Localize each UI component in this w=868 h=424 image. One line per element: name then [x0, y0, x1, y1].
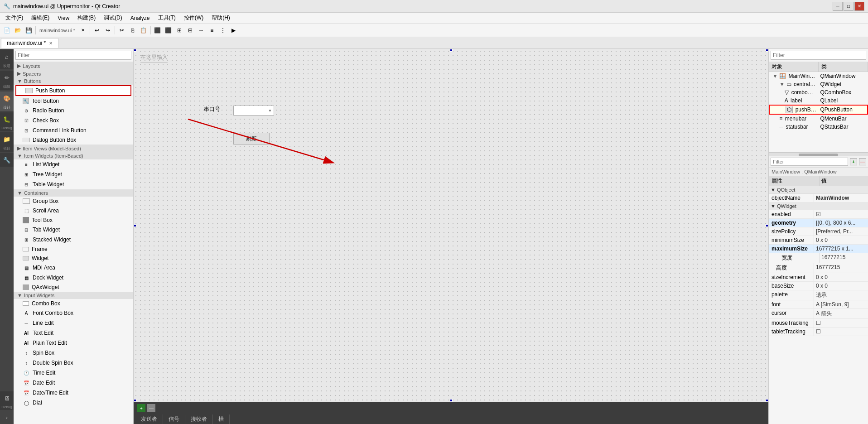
- item-dialog-button-box[interactable]: Dialog Button Box: [14, 135, 133, 145]
- props-row-maxsize[interactable]: maximumSize 16777215 x 1...: [769, 245, 868, 253]
- toolbar-cut[interactable]: ✂: [117, 25, 127, 35]
- item-tool-button[interactable]: 🔧 Tool Button: [14, 96, 133, 106]
- props-row-basesize[interactable]: baseSize 0 x 0: [769, 282, 868, 290]
- handle-br[interactable]: [766, 399, 768, 402]
- props-row-objectname[interactable]: objectName MainWindow: [769, 194, 868, 202]
- handle-top[interactable]: [450, 49, 453, 52]
- signal-tab-receiver[interactable]: 接收者: [185, 414, 213, 424]
- tab-mainwindow[interactable]: mainwindow.ui * ✕: [1, 38, 58, 48]
- item-group-box[interactable]: Group Box: [14, 197, 133, 206]
- item-double-spin-box[interactable]: ↕ Double Spin Box: [14, 358, 133, 368]
- tree-row-mainwindow[interactable]: ▼ 🪟 MainWindow QMainWindow: [769, 72, 868, 80]
- toolbar-align-v[interactable]: ⋮: [218, 25, 228, 35]
- props-row-height[interactable]: 高度 16777215: [769, 263, 868, 273]
- debug-icon[interactable]: 🐛: [1, 113, 13, 125]
- tree-row-label[interactable]: A label QLabel: [769, 96, 868, 105]
- menu-build[interactable]: 构建(B): [74, 13, 99, 23]
- menu-tools[interactable]: 工具(T): [154, 13, 179, 23]
- handle-tl[interactable]: [134, 49, 136, 52]
- signal-tab-sender[interactable]: 发送者: [135, 414, 163, 424]
- props-row-enabled[interactable]: enabled ☑: [769, 210, 868, 219]
- menu-edit[interactable]: 编辑(E): [28, 13, 53, 23]
- signal-tab-slot[interactable]: 槽: [213, 414, 230, 424]
- item-command-link[interactable]: ⊡ Command Link Button: [14, 125, 133, 135]
- tree-row-menubar[interactable]: ≡ menubar QMenuBar: [769, 115, 868, 123]
- design-icon[interactable]: 🎨: [1, 92, 13, 104]
- props-row-font[interactable]: font A [SimSun, 9]: [769, 300, 868, 309]
- tab-close-icon[interactable]: ✕: [49, 41, 53, 46]
- tree-row-statusbar[interactable]: ─ statusbar QStatusBar: [769, 123, 868, 131]
- expand-icon[interactable]: ›: [1, 411, 13, 423]
- tools-icon[interactable]: 🔧: [1, 154, 13, 166]
- toolbar-close-file[interactable]: ✕: [78, 25, 88, 35]
- canvas-combo-box[interactable]: ▼: [233, 106, 274, 116]
- item-mdi-area[interactable]: ▩ MDI Area: [14, 263, 133, 273]
- props-row-sizeincrement[interactable]: sizeIncrement 0 x 0: [769, 273, 868, 282]
- props-group-qwidget[interactable]: ▼ QWidget: [769, 202, 868, 210]
- item-tool-box[interactable]: Tool Box: [14, 216, 133, 225]
- signal-tab-signal[interactable]: 信号: [163, 414, 185, 424]
- widget-filter-input[interactable]: [15, 51, 131, 60]
- item-widget[interactable]: Widget: [14, 254, 133, 263]
- toolbar-preview[interactable]: ▶: [229, 25, 239, 35]
- object-tree-filter-input[interactable]: [771, 51, 866, 60]
- edit-icon[interactable]: ✏: [1, 72, 13, 83]
- props-row-minsize[interactable]: minimumSize 0 x 0: [769, 236, 868, 245]
- menu-file[interactable]: 文件(F): [2, 13, 27, 23]
- toolbar-layout-h[interactable]: ⬛: [153, 25, 163, 35]
- item-text-edit[interactable]: AI Text Edit: [14, 328, 133, 338]
- toolbar-adjust[interactable]: ↔: [196, 25, 206, 35]
- signal-remove-button[interactable]: —: [147, 404, 155, 412]
- menu-debug[interactable]: 调试(D): [100, 13, 126, 23]
- canvas-refresh-button[interactable]: 刷新: [233, 133, 270, 145]
- item-push-button[interactable]: Push Button: [15, 85, 131, 96]
- tree-row-centralwidget[interactable]: ▼ ▭ centralwidget QWidget: [769, 80, 868, 88]
- design-canvas[interactable]: 在这里输入 串口号 ▼ 刷新: [134, 49, 768, 402]
- item-radio-button[interactable]: ⊙ Radio Button: [14, 106, 133, 116]
- project-icon[interactable]: 📁: [1, 133, 13, 145]
- minimize-button[interactable]: ─: [833, 2, 843, 11]
- item-dock-widget[interactable]: ▦ Dock Widget: [14, 273, 133, 283]
- item-frame[interactable]: Frame: [14, 245, 133, 254]
- props-add-button[interactable]: +: [850, 158, 857, 165]
- item-list-widget[interactable]: ≡ List Widget: [14, 159, 133, 169]
- toolbar-undo[interactable]: ↩: [92, 25, 102, 35]
- tree-row-pushbutton[interactable]: ⬡ pushButton QPushButton: [769, 105, 868, 115]
- toolbar-new[interactable]: 📄: [2, 25, 12, 35]
- handle-left[interactable]: [134, 224, 136, 227]
- item-stacked-widget[interactable]: ⊞ Stacked Widget: [14, 235, 133, 245]
- welcome-icon[interactable]: ⌂: [1, 51, 13, 63]
- toolbar-align-h[interactable]: ≡: [207, 25, 217, 35]
- section-containers[interactable]: ▼ Containers: [14, 189, 133, 197]
- section-layouts[interactable]: ▶ Layouts: [14, 62, 133, 70]
- toolbar-paste[interactable]: 📋: [139, 25, 149, 35]
- toolbar-redo[interactable]: ↪: [103, 25, 113, 35]
- item-table-widget[interactable]: ⊟ Table Widget: [14, 179, 133, 189]
- props-row-palette[interactable]: palette 遗承: [769, 290, 868, 300]
- handle-bl[interactable]: [134, 399, 136, 402]
- props-remove-button[interactable]: —: [859, 158, 866, 165]
- props-row-sizepolicy[interactable]: sizePolicy [Preferred, Pr...: [769, 227, 868, 236]
- signal-add-button[interactable]: +: [137, 404, 145, 412]
- handle-right[interactable]: [766, 224, 768, 227]
- item-spin-box[interactable]: ↕ Spin Box: [14, 348, 133, 358]
- toolbar-layout-grid[interactable]: ⊞: [174, 25, 184, 35]
- section-buttons[interactable]: ▼ Buttons: [14, 77, 133, 85]
- section-spacers[interactable]: ▶ Spacers: [14, 70, 133, 77]
- toolbar-copy[interactable]: ⎘: [128, 25, 138, 35]
- item-qax-widget[interactable]: QAxWidget: [14, 283, 133, 292]
- menu-controls[interactable]: 控件(W): [180, 13, 207, 23]
- props-group-qobject[interactable]: ▼ QObject: [769, 186, 868, 194]
- tree-row-combobox[interactable]: ▽ comboBox QComboBox: [769, 88, 868, 96]
- item-tab-widget[interactable]: ⊟ Tab Widget: [14, 225, 133, 235]
- item-tree-widget[interactable]: ⊞ Tree Widget: [14, 169, 133, 179]
- toolbar-layout-v[interactable]: ⬛: [164, 25, 174, 35]
- toolbar-open[interactable]: 📂: [13, 25, 23, 35]
- props-row-width[interactable]: 宽度 16777215: [769, 253, 868, 263]
- props-row-tablettracking[interactable]: tabletTracking ☐: [769, 328, 868, 336]
- toolbar-break[interactable]: ⊟: [185, 25, 195, 35]
- handle-bottom[interactable]: [450, 399, 453, 402]
- item-check-box[interactable]: ☑ Check Box: [14, 116, 133, 125]
- item-time-edit[interactable]: 🕐 Time Edit: [14, 368, 133, 378]
- item-date-edit[interactable]: 📅 Date Edit: [14, 378, 133, 388]
